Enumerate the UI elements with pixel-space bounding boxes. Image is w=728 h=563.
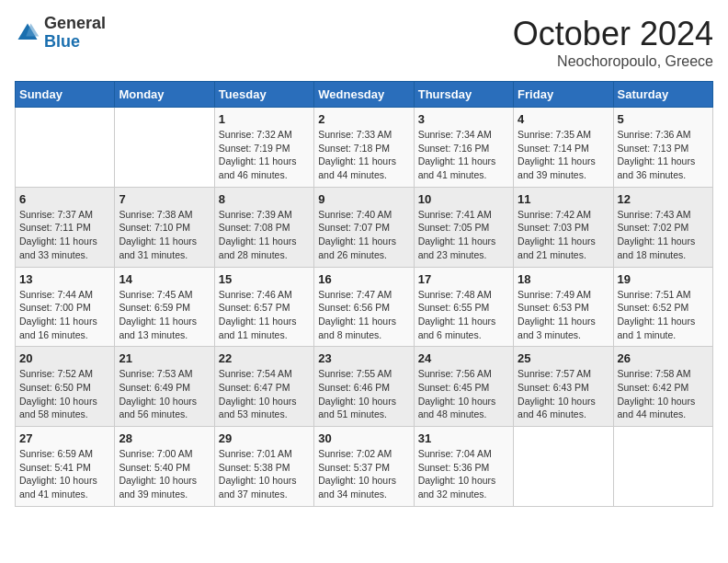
day-info: Sunrise: 7:47 AMSunset: 6:56 PMDaylight:… xyxy=(318,288,409,342)
day-number: 17 xyxy=(418,272,509,286)
calendar-cell: 6Sunrise: 7:37 AMSunset: 7:11 PMDaylight… xyxy=(16,187,115,267)
day-info: Sunrise: 7:02 AMSunset: 5:37 PMDaylight:… xyxy=(318,447,409,501)
day-info: Sunrise: 7:36 AMSunset: 7:13 PMDaylight:… xyxy=(618,128,709,182)
day-info: Sunrise: 7:39 AMSunset: 7:08 PMDaylight:… xyxy=(219,208,310,262)
day-number: 22 xyxy=(219,351,310,365)
logo-blue: Blue xyxy=(44,32,80,51)
location-title: Neochoropoulo, Greece xyxy=(513,53,713,70)
day-number: 16 xyxy=(318,272,409,286)
day-info: Sunrise: 7:53 AMSunset: 6:49 PMDaylight:… xyxy=(119,367,210,421)
week-row-4: 20Sunrise: 7:52 AMSunset: 6:50 PMDayligh… xyxy=(16,347,713,427)
day-number: 27 xyxy=(19,431,110,445)
calendar-body: 1Sunrise: 7:32 AMSunset: 7:19 PMDaylight… xyxy=(16,108,713,507)
day-number: 15 xyxy=(219,272,310,286)
day-info: Sunrise: 7:32 AMSunset: 7:19 PMDaylight:… xyxy=(219,128,310,182)
day-number: 25 xyxy=(518,351,609,365)
day-number: 20 xyxy=(19,351,110,365)
day-number: 24 xyxy=(418,351,509,365)
calendar-cell xyxy=(613,427,712,507)
calendar-cell: 27Sunrise: 6:59 AMSunset: 5:41 PMDayligh… xyxy=(16,427,115,507)
calendar-cell: 26Sunrise: 7:58 AMSunset: 6:42 PMDayligh… xyxy=(613,347,712,427)
day-number: 9 xyxy=(318,192,409,206)
calendar-cell: 18Sunrise: 7:49 AMSunset: 6:53 PMDayligh… xyxy=(514,267,613,347)
weekday-header-saturday: Saturday xyxy=(613,82,712,108)
day-number: 8 xyxy=(219,192,310,206)
calendar-cell: 12Sunrise: 7:43 AMSunset: 7:02 PMDayligh… xyxy=(613,187,712,267)
calendar-cell: 3Sunrise: 7:34 AMSunset: 7:16 PMDaylight… xyxy=(414,108,513,188)
calendar-header: SundayMondayTuesdayWednesdayThursdayFrid… xyxy=(16,82,713,108)
calendar-cell: 19Sunrise: 7:51 AMSunset: 6:52 PMDayligh… xyxy=(613,267,712,347)
day-info: Sunrise: 7:54 AMSunset: 6:47 PMDaylight:… xyxy=(219,367,310,421)
calendar-cell: 16Sunrise: 7:47 AMSunset: 6:56 PMDayligh… xyxy=(314,267,414,347)
day-info: Sunrise: 7:01 AMSunset: 5:38 PMDaylight:… xyxy=(219,447,310,501)
day-number: 28 xyxy=(119,431,210,445)
day-number: 3 xyxy=(418,112,509,126)
calendar-cell: 22Sunrise: 7:54 AMSunset: 6:47 PMDayligh… xyxy=(214,347,313,427)
logo-general: General xyxy=(44,14,106,32)
day-info: Sunrise: 7:56 AMSunset: 6:45 PMDaylight:… xyxy=(418,367,509,421)
calendar-cell: 10Sunrise: 7:41 AMSunset: 7:05 PMDayligh… xyxy=(414,187,513,267)
day-number: 2 xyxy=(318,112,409,126)
day-info: Sunrise: 6:59 AMSunset: 5:41 PMDaylight:… xyxy=(19,447,110,501)
day-info: Sunrise: 7:44 AMSunset: 7:00 PMDaylight:… xyxy=(19,288,110,342)
day-info: Sunrise: 7:57 AMSunset: 6:43 PMDaylight:… xyxy=(518,367,609,421)
logo-text: General Blue xyxy=(44,15,106,52)
day-info: Sunrise: 7:41 AMSunset: 7:05 PMDaylight:… xyxy=(418,208,509,262)
logo-icon xyxy=(15,20,40,46)
calendar-cell: 23Sunrise: 7:55 AMSunset: 6:46 PMDayligh… xyxy=(314,347,414,427)
calendar-table: SundayMondayTuesdayWednesdayThursdayFrid… xyxy=(15,81,713,507)
calendar-cell: 30Sunrise: 7:02 AMSunset: 5:37 PMDayligh… xyxy=(314,427,414,507)
day-info: Sunrise: 7:46 AMSunset: 6:57 PMDaylight:… xyxy=(219,288,310,342)
day-info: Sunrise: 7:49 AMSunset: 6:53 PMDaylight:… xyxy=(518,288,609,342)
day-number: 11 xyxy=(518,192,609,206)
day-number: 21 xyxy=(119,351,210,365)
calendar-cell: 24Sunrise: 7:56 AMSunset: 6:45 PMDayligh… xyxy=(414,347,513,427)
page-header: General Blue October 2024 Neochoropoulo,… xyxy=(15,15,713,70)
day-number: 1 xyxy=(219,112,310,126)
day-info: Sunrise: 7:48 AMSunset: 6:55 PMDaylight:… xyxy=(418,288,509,342)
day-info: Sunrise: 7:38 AMSunset: 7:10 PMDaylight:… xyxy=(119,208,210,262)
week-row-1: 1Sunrise: 7:32 AMSunset: 7:19 PMDaylight… xyxy=(16,108,713,188)
day-number: 31 xyxy=(418,431,509,445)
weekday-header-wednesday: Wednesday xyxy=(314,82,414,108)
calendar-cell: 28Sunrise: 7:00 AMSunset: 5:40 PMDayligh… xyxy=(115,427,214,507)
day-info: Sunrise: 7:34 AMSunset: 7:16 PMDaylight:… xyxy=(418,128,509,182)
calendar-cell: 1Sunrise: 7:32 AMSunset: 7:19 PMDaylight… xyxy=(214,108,313,188)
day-number: 18 xyxy=(518,272,609,286)
calendar-cell: 15Sunrise: 7:46 AMSunset: 6:57 PMDayligh… xyxy=(214,267,313,347)
day-info: Sunrise: 7:35 AMSunset: 7:14 PMDaylight:… xyxy=(518,128,609,182)
day-number: 12 xyxy=(618,192,709,206)
weekday-header-monday: Monday xyxy=(115,82,214,108)
weekday-header-tuesday: Tuesday xyxy=(214,82,313,108)
day-info: Sunrise: 7:37 AMSunset: 7:11 PMDaylight:… xyxy=(19,208,110,262)
day-number: 14 xyxy=(119,272,210,286)
calendar-cell: 20Sunrise: 7:52 AMSunset: 6:50 PMDayligh… xyxy=(16,347,115,427)
day-number: 29 xyxy=(219,431,310,445)
day-info: Sunrise: 7:43 AMSunset: 7:02 PMDaylight:… xyxy=(618,208,709,262)
week-row-2: 6Sunrise: 7:37 AMSunset: 7:11 PMDaylight… xyxy=(16,187,713,267)
title-block: October 2024 Neochoropoulo, Greece xyxy=(513,15,713,70)
day-number: 30 xyxy=(318,431,409,445)
calendar-cell: 13Sunrise: 7:44 AMSunset: 7:00 PMDayligh… xyxy=(16,267,115,347)
calendar-cell xyxy=(115,108,214,188)
day-info: Sunrise: 7:58 AMSunset: 6:42 PMDaylight:… xyxy=(618,367,709,421)
calendar-cell: 14Sunrise: 7:45 AMSunset: 6:59 PMDayligh… xyxy=(115,267,214,347)
logo: General Blue xyxy=(15,15,106,52)
day-info: Sunrise: 7:40 AMSunset: 7:07 PMDaylight:… xyxy=(318,208,409,262)
day-info: Sunrise: 7:42 AMSunset: 7:03 PMDaylight:… xyxy=(518,208,609,262)
calendar-cell: 25Sunrise: 7:57 AMSunset: 6:43 PMDayligh… xyxy=(514,347,613,427)
calendar-cell: 7Sunrise: 7:38 AMSunset: 7:10 PMDaylight… xyxy=(115,187,214,267)
calendar-cell xyxy=(16,108,115,188)
day-number: 23 xyxy=(318,351,409,365)
day-number: 13 xyxy=(19,272,110,286)
calendar-cell: 9Sunrise: 7:40 AMSunset: 7:07 PMDaylight… xyxy=(314,187,414,267)
day-number: 7 xyxy=(119,192,210,206)
calendar-cell: 4Sunrise: 7:35 AMSunset: 7:14 PMDaylight… xyxy=(514,108,613,188)
day-info: Sunrise: 7:04 AMSunset: 5:36 PMDaylight:… xyxy=(418,447,509,501)
calendar-cell: 29Sunrise: 7:01 AMSunset: 5:38 PMDayligh… xyxy=(214,427,313,507)
weekday-header-row: SundayMondayTuesdayWednesdayThursdayFrid… xyxy=(16,82,713,108)
weekday-header-thursday: Thursday xyxy=(414,82,513,108)
calendar-cell: 2Sunrise: 7:33 AMSunset: 7:18 PMDaylight… xyxy=(314,108,414,188)
day-number: 4 xyxy=(518,112,609,126)
day-number: 26 xyxy=(618,351,709,365)
